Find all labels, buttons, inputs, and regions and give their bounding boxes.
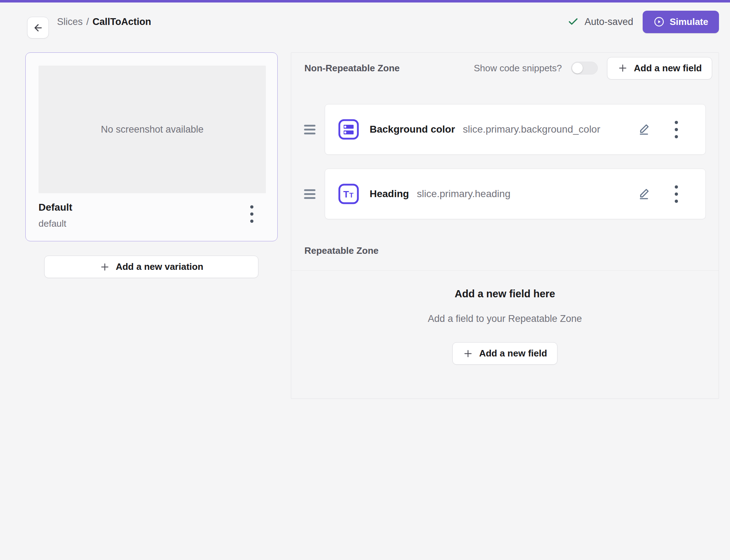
field-name: Background color xyxy=(370,124,455,135)
drag-handle-icon[interactable] xyxy=(304,125,315,134)
kebab-menu-icon xyxy=(675,121,678,138)
zone-header-actions: Show code snippets? Add a new field xyxy=(474,57,712,79)
drag-handle-icon[interactable] xyxy=(304,189,315,199)
svg-text:T: T xyxy=(343,189,349,200)
back-button[interactable] xyxy=(27,17,49,38)
field-card[interactable]: Background color slice.primary.backgroun… xyxy=(325,104,706,155)
add-variation-label: Add a new variation xyxy=(116,261,204,272)
zone-divider xyxy=(291,270,719,271)
non-repeatable-zone-header: Non-Repeatable Zone Show code snippets? … xyxy=(291,53,719,83)
autosave-status: Auto-saved xyxy=(567,16,633,27)
show-code-snippets-label: Show code snippets? xyxy=(474,63,562,74)
kebab-menu-icon xyxy=(675,185,678,203)
field-actions xyxy=(636,121,685,138)
add-variation-button[interactable]: Add a new variation xyxy=(44,256,258,278)
edit-field-button[interactable] xyxy=(636,121,653,138)
svg-text:T: T xyxy=(349,191,354,199)
pencil-icon xyxy=(638,122,652,137)
simulate-label: Simulate xyxy=(670,16,708,27)
variation-menu-button[interactable] xyxy=(243,205,260,222)
top-accent-bar xyxy=(0,0,730,2)
field-api-id: slice.primary.heading xyxy=(417,188,510,200)
autosave-label: Auto-saved xyxy=(585,16,633,27)
select-field-icon xyxy=(338,118,360,140)
play-circle-icon xyxy=(653,16,665,27)
non-repeatable-zone-title: Non-Repeatable Zone xyxy=(304,63,400,74)
variation-card-default[interactable]: No screenshot available Default default xyxy=(25,52,278,241)
repeatable-zone-title: Repeatable Zone xyxy=(304,245,379,256)
kebab-menu-icon xyxy=(250,205,253,223)
breadcrumb-separator: / xyxy=(86,16,89,27)
empty-state-subtitle: Add a field to your Repeatable Zone xyxy=(428,313,582,324)
screenshot-placeholder: No screenshot available xyxy=(38,66,266,193)
repeatable-zone-empty-state: Add a new field here Add a field to your… xyxy=(291,288,719,365)
pencil-icon xyxy=(638,187,652,201)
slice-fields-panel: Non-Repeatable Zone Show code snippets? … xyxy=(291,52,719,399)
breadcrumb-section[interactable]: Slices xyxy=(57,16,83,27)
heading-field-icon: T T xyxy=(338,183,360,205)
field-row-background-color: Background color slice.primary.backgroun… xyxy=(291,104,719,155)
field-api-id: slice.primary.background_color xyxy=(463,124,600,135)
variation-id: default xyxy=(38,218,72,229)
add-field-button-repeatable[interactable]: Add a new field xyxy=(452,342,557,365)
variation-name: Default xyxy=(38,202,72,213)
simulate-button[interactable]: Simulate xyxy=(643,11,719,33)
edit-field-button[interactable] xyxy=(636,185,653,202)
header-actions: Auto-saved Simulate xyxy=(567,2,719,41)
code-snippets-toggle[interactable] xyxy=(571,62,598,75)
plus-icon xyxy=(99,262,110,272)
add-field-label: Add a new field xyxy=(479,348,547,359)
plus-icon xyxy=(463,348,473,359)
arrow-left-icon xyxy=(33,22,43,33)
toggle-knob xyxy=(572,63,583,73)
field-actions xyxy=(636,185,685,202)
plus-icon xyxy=(617,63,628,73)
screenshot-placeholder-text: No screenshot available xyxy=(101,124,204,135)
field-menu-button[interactable] xyxy=(668,121,685,138)
field-card[interactable]: T T Heading slice.primary.heading xyxy=(325,169,706,219)
add-field-button-non-repeatable[interactable]: Add a new field xyxy=(607,57,712,79)
field-name: Heading xyxy=(370,188,409,200)
empty-state-title: Add a new field here xyxy=(455,288,555,300)
variation-meta: Default default xyxy=(38,202,72,229)
field-menu-button[interactable] xyxy=(668,185,685,202)
check-icon xyxy=(567,16,579,27)
page-header: Slices / CallToAction Auto-saved Simulat… xyxy=(0,2,730,41)
page-title: CallToAction xyxy=(93,16,151,27)
add-field-label: Add a new field xyxy=(634,63,702,74)
field-row-heading: T T Heading slice.primary.heading xyxy=(291,169,719,219)
breadcrumb: Slices / CallToAction xyxy=(57,2,151,41)
